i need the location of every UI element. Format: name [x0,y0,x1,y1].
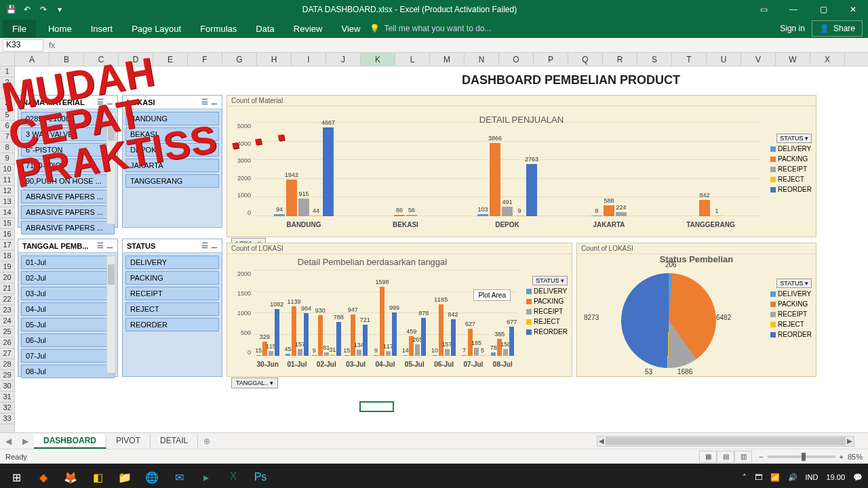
taskbar-app[interactable]: ◆ [30,464,57,488]
col-header[interactable]: B [50,53,84,66]
tanggal-filter-button[interactable]: TANGGAL.. ▾ [231,378,278,388]
row-header[interactable]: 2 [0,77,14,88]
row-header[interactable]: 19 [0,262,14,272]
col-header[interactable]: X [810,53,845,66]
chart-detail-penjualan[interactable]: Count of Material DETAIL PENJUALAN STATU… [226,95,816,237]
multiselect-icon[interactable]: ☰ [201,98,208,106]
clear-filter-icon[interactable]: ⚊ [211,98,218,106]
col-header[interactable]: H [257,53,292,66]
tray-volume-icon[interactable]: 🔊 [788,473,797,482]
row-header[interactable]: 24 [0,316,14,327]
row-header[interactable]: 4 [0,99,14,110]
tray-battery-icon[interactable]: 🗔 [755,473,762,481]
taskbar-excel-icon[interactable]: X [220,464,247,488]
row-header[interactable]: 22 [0,294,14,305]
col-header[interactable]: P [534,53,568,66]
zoom-out-button[interactable]: − [759,453,763,461]
status-filter-button[interactable]: STATUS ▾ [532,276,568,285]
new-sheet-button[interactable]: ⊕ [198,436,216,446]
row-header[interactable]: 23 [0,305,14,316]
slicer-item[interactable]: ABRASIVE PAPERS ... [21,205,115,219]
col-header[interactable]: N [465,53,499,66]
multiselect-icon[interactable]: ☰ [97,98,104,106]
col-header[interactable]: Q [568,53,603,66]
taskbar-mail-icon[interactable]: ✉ [165,464,193,488]
worksheet-area[interactable]: DASHBOARD PEMBELIAN PRODUCT NAMA MATERIA… [15,66,868,432]
slicer-item[interactable]: REJECT [125,302,219,316]
tab-insert[interactable]: Insert [81,20,123,38]
col-header[interactable]: M [430,53,465,66]
col-header[interactable]: L [395,53,430,66]
col-header[interactable]: D [119,53,153,66]
row-header[interactable]: 11 [0,175,14,186]
col-header[interactable]: J [326,53,361,66]
slicer-item[interactable]: JAKARTA [125,159,219,172]
slicer-item[interactable]: 07-Jul [21,349,115,363]
tab-file[interactable]: File [3,20,36,38]
row-header[interactable]: 33 [0,413,14,424]
zoom-slider[interactable] [768,455,835,458]
row-header[interactable]: 32 [0,403,14,413]
col-header[interactable]: T [672,53,707,66]
slicer-item[interactable]: DEPOK [125,143,219,157]
col-header[interactable]: W [776,53,810,66]
name-box[interactable]: K33 [3,39,43,52]
slicer-item[interactable]: ABRASIVE PAPERS ... [21,221,115,235]
multiselect-icon[interactable]: ☰ [201,241,208,250]
slicer-item[interactable]: REORDER [125,318,219,331]
col-header[interactable]: A [15,53,50,66]
col-header[interactable]: C [84,53,119,66]
sheet-tab[interactable]: PIVOT [106,434,151,449]
taskbar-firefox-icon[interactable]: 🦊 [57,464,84,488]
row-header[interactable]: 18 [0,251,14,262]
view-page-break-icon[interactable]: ▥ [734,451,752,463]
row-header[interactable]: 10 [0,164,14,175]
sheet-nav-prev[interactable]: ◀ [0,436,17,446]
row-header[interactable]: 13 [0,197,14,207]
slicer-item[interactable]: BEKASI [125,127,219,141]
slicer-item[interactable]: 03-Jul [21,287,115,300]
row-header[interactable]: 12 [0,186,14,197]
tray-language[interactable]: IND [806,473,818,481]
sheet-tab[interactable]: DETAIL [151,434,198,449]
taskbar-chrome-icon[interactable]: 🌐 [138,464,165,488]
row-header[interactable]: 9 [0,153,14,164]
slicer-status[interactable]: STATUS☰⚊ DELIVERYPACKINGRECEIPTREJECTREO… [122,239,222,377]
row-header[interactable]: 26 [0,338,14,348]
minimize-button[interactable]: — [778,0,808,19]
tab-formulas[interactable]: Formulas [191,20,246,38]
row-header[interactable]: 8 [0,142,14,153]
close-button[interactable]: ✕ [838,0,868,19]
status-filter-button[interactable]: STATUS ▾ [776,134,812,143]
slicer-item[interactable]: ABRASIVE PAPERS ... [21,190,115,203]
col-header[interactable]: R [603,53,637,66]
row-header[interactable]: 1 [0,66,14,77]
taskbar-photoshop-icon[interactable]: Ps [247,464,274,488]
row-header[interactable]: 27 [0,348,14,359]
slicer-item[interactable]: RECEIPT [125,287,219,300]
clear-filter-icon[interactable]: ⚊ [106,98,113,106]
multiselect-icon[interactable]: ☰ [97,241,104,250]
row-header[interactable]: 7 [0,131,14,142]
slicer-item[interactable]: 05-Jul [21,318,115,331]
sheet-nav-next[interactable]: ▶ [17,436,34,446]
signin-link[interactable]: Sign in [773,20,812,37]
slicer-item[interactable]: 90,PUSH ON HOSE ... [21,174,115,188]
slicer-tanggal[interactable]: TANGGAL PEMB...☰⚊ 01-Jul02-Jul03-Jul04-J… [18,239,118,377]
row-header[interactable]: 29 [0,370,14,381]
slicer-item[interactable]: PACKING [125,271,219,285]
row-header[interactable]: 15 [0,218,14,229]
chart-detail-pembelian-tanggal[interactable]: Count of LOKASI Detail Pembelian berdasa… [226,243,572,377]
tray-notifications-icon[interactable]: 💬 [853,473,863,482]
row-header[interactable]: 20 [0,272,14,283]
scrollbar[interactable] [106,112,116,224]
slicer-item[interactable]: 02-Jul [21,271,115,285]
save-icon[interactable]: 💾 [5,4,16,15]
sheet-tab[interactable]: DASHBOARD [34,434,106,449]
slicer-material[interactable]: NAMA MATERIAL☰⚊ 02896-210083 WAY VALVE6"… [18,95,118,228]
view-normal-icon[interactable]: ▦ [699,451,717,463]
tray-clock[interactable]: 19.00 [826,473,845,481]
row-header[interactable]: 17 [0,240,14,251]
slicer-item[interactable]: 08-Jul [21,365,115,378]
tell-me[interactable]: 💡Tell me what you want to do... [370,24,491,33]
